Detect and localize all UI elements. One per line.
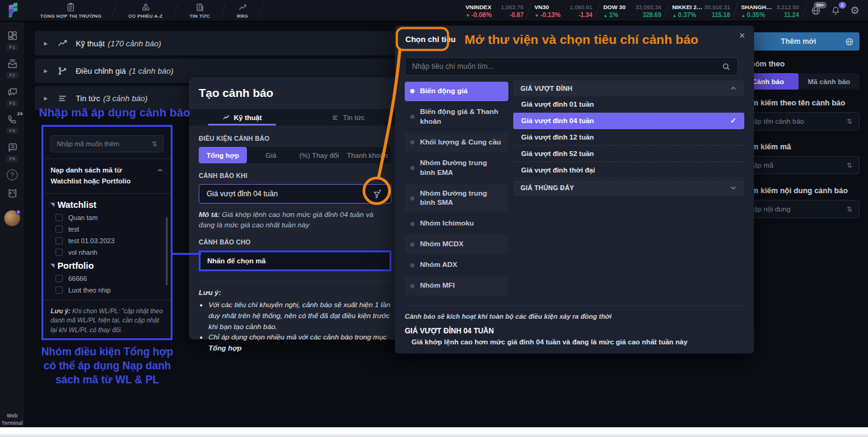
category-item[interactable]: Nhóm MFI <box>405 276 508 296</box>
alert-group-technical[interactable]: ▶ Kỹ thuật (170 cảnh báo) <box>35 31 397 55</box>
sidebar-item-help[interactable]: ? <box>7 169 18 180</box>
checkbox[interactable] <box>55 214 63 221</box>
symbol-box-note: Lưu ý: Khi chọn WL/PL: "cập nhật theo da… <box>51 307 163 335</box>
criteria-select[interactable]: Giá vượt đỉnh 04 tuần <box>199 184 391 204</box>
globe-icon[interactable]: 99+ <box>811 5 821 16</box>
toggle-alert-codes[interactable]: Mã cảnh báo <box>799 73 859 90</box>
category-item[interactable]: Khối lượng & Cung cầu <box>405 133 508 152</box>
search-name-input[interactable] <box>745 118 847 125</box>
create-alert-modal: Tạo cảnh báo Kỹ thuật Tin tức ĐIỀU KIỆN … <box>189 77 401 339</box>
sidebar-item-inbox[interactable]: F2 <box>6 58 18 79</box>
criteria-row[interactable]: Giá vượt đỉnh 12 tuần <box>513 129 744 146</box>
funnel-plus-icon[interactable] <box>372 188 383 200</box>
criteria-row[interactable]: Giá vượt đỉnh 52 tuần <box>513 146 744 162</box>
criteria-group-peak[interactable]: GIÁ VƯỢT ĐỈNH <box>513 80 744 96</box>
criteria-row[interactable]: Giá vượt đỉnh thời đại <box>513 162 744 179</box>
criteria-row[interactable]: Giá vượt đỉnh 01 tuần <box>513 96 744 113</box>
checkbox[interactable] <box>55 226 63 233</box>
watchlist-item[interactable]: test 01.03.2023 <box>55 237 163 244</box>
criteria-row-selected[interactable]: Giá vượt đỉnh 04 tuần✓ <box>513 113 744 129</box>
search-icon[interactable] <box>722 62 731 71</box>
chevron-up-icon[interactable] <box>157 167 163 174</box>
caret-right-icon[interactable]: ▶ <box>44 96 48 101</box>
index-name: NIKKEI 2… <box>672 4 703 10</box>
gear-icon[interactable]: ⚙ <box>850 5 859 16</box>
sidebar-item-chat[interactable]: F3 <box>6 86 18 107</box>
sidebar-item-hotline[interactable]: 24 F4 <box>6 114 18 134</box>
globe-icon <box>845 37 854 46</box>
symbol-input[interactable] <box>57 140 152 147</box>
stepper-icon[interactable]: ⇅ <box>847 205 852 213</box>
segment-pct-change[interactable]: (%) Thay đổi <box>295 147 343 163</box>
watchlist-header[interactable]: ◥ Watchlist <box>51 200 163 210</box>
search-code-input[interactable] <box>745 162 847 169</box>
divider <box>43 300 171 300</box>
search-content-field: ⇅ <box>738 200 859 218</box>
nav-tab-stocks-az[interactable]: CỔ PHIẾU A-Z <box>115 0 176 21</box>
checkbox[interactable] <box>55 286 63 294</box>
portfolio-header[interactable]: ◥ Portfolio <box>51 261 163 271</box>
select-symbols-field[interactable]: Nhấn để chọn mã <box>199 250 391 271</box>
divider <box>43 193 171 194</box>
category-item[interactable]: Biến động giá <box>405 82 508 101</box>
stepper-icon[interactable]: ⇅ <box>847 118 852 126</box>
category-item[interactable]: Nhóm Đường trung bình EMA <box>405 154 508 183</box>
index-value: 33,093.34 <box>635 4 661 10</box>
alert-group-label: Tin tức <box>76 94 100 103</box>
checkbox[interactable] <box>55 275 63 282</box>
checkbox[interactable] <box>55 237 63 244</box>
nav-tab-rrg[interactable]: RRG <box>224 0 261 21</box>
tab-news[interactable]: Tin tức <box>295 109 401 126</box>
alert-group-label: Điều chỉnh giá <box>76 66 126 76</box>
group-by-label: Nhóm theo <box>738 60 859 68</box>
bullet-icon <box>410 222 414 226</box>
category-item[interactable]: Nhóm ADX <box>405 255 508 275</box>
index-value: 3,212.50 <box>777 4 799 10</box>
avatar <box>4 210 20 226</box>
sidebar-avatar[interactable] <box>4 207 20 226</box>
category-item[interactable]: Nhóm MCDX <box>405 235 508 254</box>
checkbox[interactable] <box>55 249 63 256</box>
index-shanghai[interactable]: SHANGH…3,212.50 0.35%11.24 <box>736 0 805 21</box>
bullet-icon <box>410 89 414 93</box>
bell-icon[interactable]: 2 <box>831 5 841 16</box>
portfolio-item[interactable]: Luot theo nhip <box>55 286 163 294</box>
nav-tab-market-summary[interactable]: TỔNG HỢP THỊ TRƯỜNG <box>27 0 115 21</box>
index-vnindex[interactable]: VNINDEX1,063.76 -0.08%-0.87 <box>460 0 529 21</box>
load-from-toggle[interactable]: Nạp danh sách mã từ Watchlist hoặc Portf… <box>51 165 163 187</box>
category-item[interactable]: Nhóm Ichimoku <box>405 214 508 233</box>
stepper-icon[interactable]: ⇅ <box>847 162 852 169</box>
watchlist-item[interactable]: test <box>55 226 163 233</box>
sidebar-item-dashboard[interactable]: F1 <box>6 30 18 51</box>
phone-icon <box>7 114 18 125</box>
watchlist-item[interactable]: vol nhanh <box>55 249 163 256</box>
index-vn30[interactable]: VN301,060.81 -0.13%-1.34 <box>529 0 598 21</box>
bullet-icon <box>410 243 414 247</box>
tab-technical[interactable]: Kỹ thuật <box>189 109 295 126</box>
search-content-input[interactable] <box>745 205 847 213</box>
picker-search-input[interactable] <box>412 62 722 71</box>
nav-tab-news[interactable]: TIN TỨC <box>176 0 224 21</box>
category-item[interactable]: Nhóm Đường trung bình SMA <box>405 184 508 213</box>
criteria-group-bottom[interactable]: GIÁ THỦNG ĐÁY <box>513 180 744 196</box>
hotkey-label: F4 <box>6 127 18 134</box>
stepper-icon[interactable]: ⇅ <box>152 140 157 148</box>
portfolio-item[interactable]: 66666 <box>55 275 163 282</box>
category-item[interactable]: Biến động giá & Thanh khoản <box>405 102 508 132</box>
top-bar: TỔNG HỢP THỊ TRƯỜNG CỔ PHIẾU A-Z TIN TỨC… <box>0 0 868 22</box>
segment-liquidity[interactable]: Thanh khoản <box>343 147 391 163</box>
trend-icon <box>57 38 68 49</box>
caret-right-icon[interactable]: ▶ <box>44 41 48 46</box>
watchlist-item[interactable]: Quan tam <box>55 214 163 221</box>
fireant-logo[interactable] <box>0 0 27 21</box>
segment-price[interactable]: Giá <box>247 147 295 163</box>
scrollbar-thumb[interactable] <box>166 217 168 285</box>
index-dow30[interactable]: DOW 3033,093.34 1%328.69 <box>598 0 667 21</box>
sidebar-item-feedback[interactable]: F6 <box>6 141 18 162</box>
segment-composite[interactable]: Tổng hợp <box>199 147 247 163</box>
sidebar-item-guide[interactable] <box>7 188 18 199</box>
caret-right-icon[interactable]: ▶ <box>44 68 48 74</box>
index-nikkei[interactable]: NIKKEI 2…30,916.31 0.37%115.18 <box>667 0 736 21</box>
bottom-strip <box>0 427 868 437</box>
annotation-load-note: Nhóm điều kiện Tổng hợp có thể áp dụng N… <box>37 345 178 387</box>
